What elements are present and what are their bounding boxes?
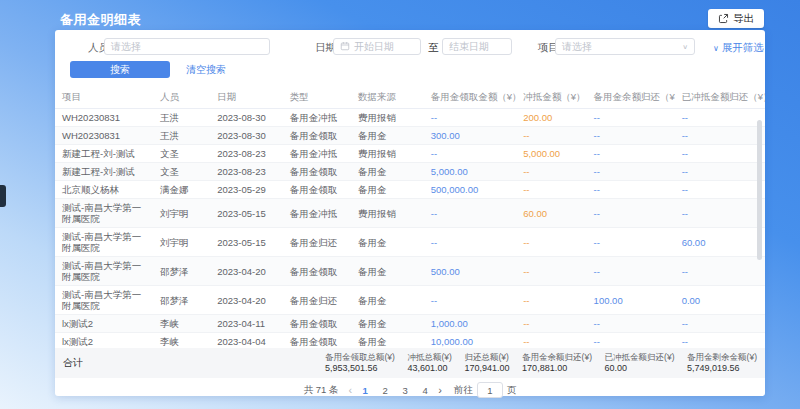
clear-search-button[interactable]: 清空搜索: [186, 63, 226, 77]
prev-page-button[interactable]: ‹: [349, 385, 353, 395]
table-cell: 1,000.00: [424, 315, 516, 333]
table-cell: 2023-05-15: [210, 228, 283, 257]
table-cell: 备用金冲抵: [283, 199, 351, 228]
table-cell: 费用报销: [351, 199, 424, 228]
summary-stat-label: 备用金剩余金额(¥): [687, 352, 757, 363]
pagination-total: 共 71 条: [304, 384, 339, 397]
table-cell: --: [516, 181, 586, 199]
table-cell: 300.00: [424, 127, 516, 145]
summary-stat-value: 43,601.00: [407, 363, 451, 374]
table-cell: --: [424, 109, 516, 127]
page-background: 备用金明细表 导出 人员 请选择 日期: [0, 0, 800, 409]
vertical-scrollbar[interactable]: [757, 120, 762, 260]
table-cell: 王洪: [153, 127, 210, 145]
table-cell: 备用金归还: [283, 286, 351, 315]
chevron-down-icon: ∨: [682, 43, 688, 50]
table-row[interactable]: WH20230831王洪2023-08-30备用金冲抵费用报销--200.00-…: [55, 109, 765, 127]
table-cell: 60.00: [516, 199, 586, 228]
summary-stat: 备用金余额归还(¥)170,881.00: [522, 352, 592, 374]
table-cell: 文圣: [153, 145, 210, 163]
table-cell: 文圣: [153, 163, 210, 181]
column-header: 数据来源: [351, 87, 424, 109]
export-icon: [718, 13, 729, 24]
table-cell: 邵梦泽: [153, 257, 210, 286]
table-cell: 备用金归还: [283, 228, 351, 257]
table-cell: 备用金: [351, 257, 424, 286]
table-row[interactable]: 新建工程-刘-测试文圣2023-08-23备用金冲抵费用报销--5,000.00…: [55, 145, 765, 163]
column-header: 人员: [153, 87, 210, 109]
collapsed-drawer-handle[interactable]: [0, 185, 6, 207]
table-row[interactable]: 测试-南昌大学第一附属医院邵梦泽2023-04-20备用金领取备用金500.00…: [55, 257, 765, 286]
table-cell: --: [587, 228, 675, 257]
goto-page: 前往 页: [454, 382, 517, 398]
table-row[interactable]: 测试-南昌大学第一附属医院邵梦泽2023-04-20备用金归还备用金----10…: [55, 286, 765, 315]
table-cell: --: [424, 199, 516, 228]
summary-stat: 备用金领取总额(¥)5,953,501.56: [325, 352, 395, 374]
table-cell: 5,000.00: [516, 145, 586, 163]
table-cell: --: [675, 315, 765, 333]
date-range-separator: 至: [428, 41, 439, 55]
table-cell: 5,000.00: [424, 163, 516, 181]
table-cell: 200.00: [516, 109, 586, 127]
table-row[interactable]: WH20230831王洪2023-08-30备用金领取备用金300.00----…: [55, 127, 765, 145]
date-start-input[interactable]: 开始日期: [333, 38, 421, 55]
summary-stat-value: 5,953,501.56: [325, 363, 395, 374]
expand-filters-link[interactable]: ∨ 展开筛选: [713, 41, 764, 55]
table-row[interactable]: lx测试2李峡2023-04-11备用金领取备用金1,000.00------: [55, 315, 765, 333]
table-cell: 2023-04-11: [210, 315, 283, 333]
person-select[interactable]: 请选择: [104, 38, 270, 55]
table-cell: --: [675, 163, 765, 181]
table-cell: 2023-08-30: [210, 109, 283, 127]
table-cell: 500,000.00: [424, 181, 516, 199]
table-cell: 费用报销: [351, 109, 424, 127]
column-header: 类型: [283, 87, 351, 109]
table-cell: --: [587, 145, 675, 163]
export-button[interactable]: 导出: [708, 9, 764, 28]
page-button[interactable]: 2: [378, 385, 392, 396]
export-button-label: 导出: [733, 12, 754, 26]
table-cell: 备用金: [351, 286, 424, 315]
project-select[interactable]: 请选择 ∨: [555, 38, 695, 55]
table-cell: --: [516, 286, 586, 315]
date-end-input[interactable]: 结束日期: [442, 38, 512, 55]
search-button[interactable]: 搜索: [70, 61, 170, 78]
next-page-button[interactable]: ›: [438, 385, 442, 395]
summary-stat-label: 已冲抵金额归还(¥): [605, 352, 675, 363]
date-start-placeholder: 开始日期: [354, 40, 394, 54]
table-cell: 2023-04-20: [210, 286, 283, 315]
expand-filters-label: 展开筛选: [722, 41, 764, 55]
content-card: 人员 请选择 日期 开始日期 至 结束日期 项目: [55, 30, 765, 396]
table-row[interactable]: 新建工程-刘-测试文圣2023-08-23备用金领取备用金5,000.00---…: [55, 163, 765, 181]
table-cell: 2023-04-20: [210, 257, 283, 286]
goto-suffix: 页: [507, 384, 517, 397]
column-header: 已冲抵金额归还（¥）: [675, 87, 765, 109]
table-cell: 备用金领取: [283, 181, 351, 199]
table-cell: 备用金: [351, 163, 424, 181]
page-button[interactable]: 4: [418, 385, 432, 396]
table-cell: 李峡: [153, 315, 210, 333]
column-header: 项目: [55, 87, 153, 109]
table-cell: --: [675, 181, 765, 199]
summary-stat-value: 170,881.00: [522, 363, 592, 374]
page-title: 备用金明细表: [60, 11, 141, 29]
table-cell: 北京顺义杨林: [55, 181, 153, 199]
table-cell: 王洪: [153, 109, 210, 127]
table-row[interactable]: 测试-南昌大学第一附属医院刘宇明2023-05-15备用金冲抵费用报销--60.…: [55, 199, 765, 228]
table-cell: 备用金: [351, 315, 424, 333]
pagination-pages: 1234: [358, 385, 432, 396]
table-cell: 邵梦泽: [153, 286, 210, 315]
table-row[interactable]: 测试-南昌大学第一附属医院刘宇明2023-05-15备用金归还备用金------…: [55, 228, 765, 257]
table-cell: 新建工程-刘-测试: [55, 163, 153, 181]
page-button[interactable]: 1: [358, 385, 372, 396]
page-button[interactable]: 3: [398, 385, 412, 396]
table-cell: lx测试2: [55, 315, 153, 333]
data-table: 项目人员日期类型数据来源备用金领取金额（¥）冲抵金额（¥）备用金余额归还（¥）已…: [55, 87, 765, 369]
project-select-placeholder: 请选择: [562, 40, 592, 54]
goto-label: 前往: [454, 384, 473, 397]
table-row[interactable]: 北京顺义杨林满金娜2023-05-29备用金领取备用金500,000.00---…: [55, 181, 765, 199]
goto-page-input[interactable]: [477, 382, 503, 398]
action-row: 搜索 清空搜索: [70, 61, 226, 78]
table-cell: --: [516, 228, 586, 257]
table-cell: --: [516, 163, 586, 181]
table-cell: 备用金领取: [283, 315, 351, 333]
